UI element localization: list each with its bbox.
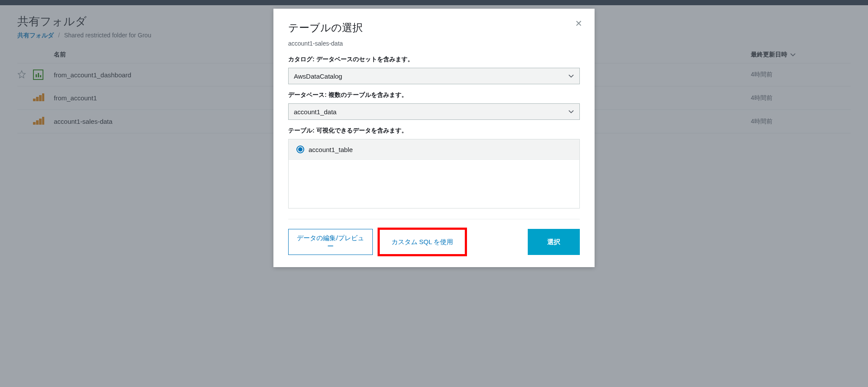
database-select[interactable]: account1_data	[288, 103, 580, 120]
modal-subtitle: account1-sales-data	[288, 40, 580, 47]
chevron-down-icon	[568, 73, 574, 79]
database-value: account1_data	[294, 108, 336, 116]
catalog-value: AwsDataCatalog	[294, 73, 342, 80]
edit-preview-button[interactable]: データの編集/プレビュー	[288, 229, 373, 255]
custom-sql-button[interactable]: カスタム SQL を使用	[379, 229, 466, 255]
table-select-modal: ✕ テーブルの選択 account1-sales-data カタログ: データベ…	[273, 9, 595, 267]
database-label: データベース: 複数のテーブルを含みます。	[288, 91, 580, 99]
modal-footer: データの編集/プレビュー カスタム SQL を使用 選択	[288, 219, 580, 255]
radio-icon	[296, 146, 304, 153]
modal-backdrop[interactable]: ✕ テーブルの選択 account1-sales-data カタログ: データベ…	[0, 0, 868, 387]
catalog-select[interactable]: AwsDataCatalog	[288, 68, 580, 84]
modal-title: テーブルの選択	[288, 21, 580, 35]
tables-label: テーブル: 可視化できるデータを含みます。	[288, 127, 580, 135]
table-option[interactable]: account1_table	[289, 139, 579, 160]
close-icon[interactable]: ✕	[575, 19, 582, 28]
tables-list: account1_table	[288, 139, 580, 208]
table-option-label: account1_table	[309, 146, 353, 153]
select-button[interactable]: 選択	[528, 229, 580, 255]
catalog-label: カタログ: データベースのセットを含みます。	[288, 56, 580, 63]
chevron-down-icon	[568, 109, 574, 115]
